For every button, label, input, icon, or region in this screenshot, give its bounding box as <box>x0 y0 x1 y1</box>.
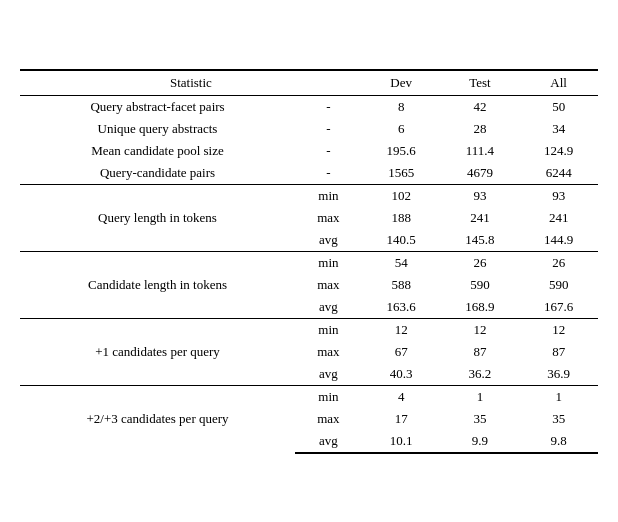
row-test: 12 <box>441 318 520 341</box>
row-all: 26 <box>519 251 598 274</box>
row-all: 167.6 <box>519 296 598 319</box>
row-group-label: Candidate length in tokens <box>20 251 295 318</box>
row-group-label: Query length in tokens <box>20 184 295 251</box>
row-group-label: +2/+3 candidates per query <box>20 385 295 453</box>
row-sub: max <box>295 207 362 229</box>
row-all: 590 <box>519 274 598 296</box>
table-row: Mean candidate pool size - 195.6 111.4 1… <box>20 140 598 162</box>
row-dev: 195.6 <box>362 140 441 162</box>
row-all: 6244 <box>519 162 598 185</box>
row-all: 50 <box>519 95 598 118</box>
row-dev: 10.1 <box>362 430 441 453</box>
row-all: 241 <box>519 207 598 229</box>
row-sub: - <box>295 95 362 118</box>
row-dev: 54 <box>362 251 441 274</box>
row-sub: - <box>295 118 362 140</box>
header-all: All <box>519 70 598 96</box>
row-sub: - <box>295 162 362 185</box>
row-dev: 12 <box>362 318 441 341</box>
table-header-row: Statistic Dev Test All <box>20 70 598 96</box>
row-test: 168.9 <box>441 296 520 319</box>
row-all: 144.9 <box>519 229 598 252</box>
row-test: 35 <box>441 408 520 430</box>
row-label: Unique query abstracts <box>20 118 295 140</box>
row-group-label: +1 candidates per query <box>20 318 295 385</box>
header-test: Test <box>441 70 520 96</box>
row-all: 87 <box>519 341 598 363</box>
row-sub: - <box>295 140 362 162</box>
table-row: +2/+3 candidates per querymin411 <box>20 385 598 408</box>
table-row: Query-candidate pairs - 1565 4679 6244 <box>20 162 598 185</box>
row-test: 241 <box>441 207 520 229</box>
row-dev: 1565 <box>362 162 441 185</box>
row-all: 93 <box>519 184 598 207</box>
row-label: Query-candidate pairs <box>20 162 295 185</box>
row-sub: min <box>295 251 362 274</box>
row-dev: 163.6 <box>362 296 441 319</box>
row-dev: 40.3 <box>362 363 441 386</box>
table-row: Query length in tokensmin1029393 <box>20 184 598 207</box>
row-test: 87 <box>441 341 520 363</box>
row-sub: avg <box>295 296 362 319</box>
row-dev: 8 <box>362 95 441 118</box>
row-all: 36.9 <box>519 363 598 386</box>
row-test: 36.2 <box>441 363 520 386</box>
row-all: 9.8 <box>519 430 598 453</box>
row-dev: 140.5 <box>362 229 441 252</box>
row-dev: 6 <box>362 118 441 140</box>
row-test: 26 <box>441 251 520 274</box>
row-test: 1 <box>441 385 520 408</box>
statistics-table: Statistic Dev Test All Query abstract-fa… <box>20 69 598 454</box>
row-sub: avg <box>295 229 362 252</box>
row-all: 34 <box>519 118 598 140</box>
row-label: Query abstract-facet pairs <box>20 95 295 118</box>
row-sub: min <box>295 318 362 341</box>
row-test: 590 <box>441 274 520 296</box>
header-statistic: Statistic <box>20 70 362 96</box>
row-test: 28 <box>441 118 520 140</box>
table-row: Query abstract-facet pairs - 8 42 50 <box>20 95 598 118</box>
row-sub: max <box>295 341 362 363</box>
row-dev: 67 <box>362 341 441 363</box>
row-dev: 17 <box>362 408 441 430</box>
row-sub: max <box>295 408 362 430</box>
row-all: 1 <box>519 385 598 408</box>
row-dev: 588 <box>362 274 441 296</box>
row-sub: max <box>295 274 362 296</box>
row-all: 35 <box>519 408 598 430</box>
row-test: 9.9 <box>441 430 520 453</box>
row-test: 93 <box>441 184 520 207</box>
row-test: 4679 <box>441 162 520 185</box>
row-test: 145.8 <box>441 229 520 252</box>
row-all: 124.9 <box>519 140 598 162</box>
row-test: 42 <box>441 95 520 118</box>
table-row: Candidate length in tokensmin542626 <box>20 251 598 274</box>
row-dev: 102 <box>362 184 441 207</box>
row-all: 12 <box>519 318 598 341</box>
row-sub: avg <box>295 363 362 386</box>
table-row: +1 candidates per querymin121212 <box>20 318 598 341</box>
table-container: Statistic Dev Test All Query abstract-fa… <box>20 69 598 454</box>
row-sub: min <box>295 184 362 207</box>
row-sub: min <box>295 385 362 408</box>
row-test: 111.4 <box>441 140 520 162</box>
table-row: Unique query abstracts - 6 28 34 <box>20 118 598 140</box>
header-dev: Dev <box>362 70 441 96</box>
row-sub: avg <box>295 430 362 453</box>
row-dev: 4 <box>362 385 441 408</box>
row-label: Mean candidate pool size <box>20 140 295 162</box>
row-dev: 188 <box>362 207 441 229</box>
